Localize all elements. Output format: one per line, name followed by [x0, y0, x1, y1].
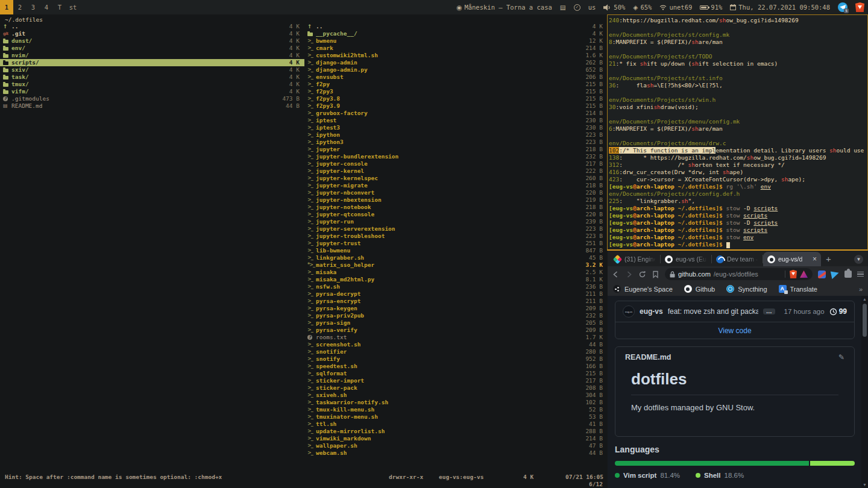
- bookmark-item[interactable]: Eugene's Space: [613, 285, 673, 293]
- file-row[interactable]: pyrsa-verify209 B: [304, 327, 608, 334]
- file-row[interactable]: f2py215 B: [304, 81, 608, 88]
- extension-telegram-icon[interactable]: [831, 269, 840, 278]
- workspace-button[interactable]: 4: [40, 0, 53, 14]
- extensions-puzzle-icon[interactable]: [844, 271, 852, 278]
- file-row[interactable]: ..4 K: [304, 23, 608, 30]
- file-row[interactable]: gruvbox-factory214 B: [304, 110, 608, 117]
- file-row[interactable]: pyrsa-encrypt211 B: [304, 298, 608, 305]
- file-row[interactable]: django-admin.py652 B: [304, 66, 608, 74]
- file-row[interactable]: scripts/4 K: [0, 59, 304, 66]
- file-row[interactable]: jupyter-bundlerextension232 B: [304, 153, 608, 160]
- scrollbar-thumb[interactable]: [863, 304, 867, 337]
- file-row[interactable]: sqlformat215 B: [304, 370, 608, 377]
- browser-tab[interactable]: eug-vs/d×: [763, 252, 821, 266]
- workspace-button[interactable]: st: [66, 0, 80, 14]
- file-row[interactable]: f2py3215 B: [304, 88, 608, 95]
- file-row[interactable]: sticker-import217 B: [304, 377, 608, 384]
- file-row[interactable]: linkgrabber.sh45 B: [304, 254, 608, 261]
- file-row[interactable]: ipython3223 B: [304, 139, 608, 146]
- extension-triangle-icon[interactable]: [800, 271, 808, 278]
- file-row[interactable]: tmux/4 K: [0, 81, 304, 88]
- file-row[interactable]: lib-bwmenu847 B: [304, 247, 608, 254]
- file-row[interactable]: django-admin262 B: [304, 59, 608, 66]
- file-row[interactable]: screenshot.sh44 B: [304, 341, 608, 348]
- file-row[interactable]: sxiv/4 K: [0, 66, 304, 74]
- file-row[interactable]: jupyter-serverextension223 B: [304, 225, 608, 233]
- file-row[interactable]: pyrsa-decrypt211 B: [304, 290, 608, 298]
- file-row[interactable]: __pycache__/4 K: [304, 30, 608, 37]
- file-row[interactable]: webcam.sh44 B: [304, 449, 608, 457]
- file-row[interactable]: ipython223 B: [304, 131, 608, 139]
- brave-tray-icon[interactable]: [855, 2, 864, 12]
- workspace-button[interactable]: 3: [27, 0, 40, 14]
- file-row[interactable]: jupyter-run239 B: [304, 218, 608, 225]
- vifm-file-manager[interactable]: ~/.dotfiles ..4 K.git4 Kdunst/4 Kenv/4 K…: [0, 14, 608, 488]
- file-row[interactable]: vimwiki_markdown214 B: [304, 435, 608, 442]
- file-row[interactable]: tmux-kill-menu.sh52 B: [304, 406, 608, 413]
- legend-item[interactable]: Shell18.6%: [696, 472, 744, 479]
- edit-pencil-icon[interactable]: ✎: [838, 353, 844, 361]
- file-row[interactable]: nvim/4 K: [0, 52, 304, 59]
- file-row[interactable]: jupyter-nbconvert220 B: [304, 189, 608, 196]
- file-row[interactable]: snotify952 B: [304, 355, 608, 363]
- file-row[interactable]: rooms.txt1.7 K: [304, 334, 608, 341]
- legend-item[interactable]: Vim script81.4%: [615, 472, 680, 479]
- file-row[interactable]: iptest230 B: [304, 117, 608, 124]
- file-row[interactable]: jupyter-console217 B: [304, 160, 608, 167]
- browser-menu-icon[interactable]: [857, 272, 864, 277]
- bookmark-item[interactable]: Syncthing: [726, 285, 767, 293]
- file-row[interactable]: jupyter-notebook218 B: [304, 204, 608, 211]
- browser-window[interactable]: (31) Engineeug-vs (EuDev team -eug-vs/d×…: [608, 251, 868, 488]
- scrollbar[interactable]: ▲ ▼: [861, 296, 868, 488]
- file-row[interactable]: nsfw.sh236 B: [304, 283, 608, 290]
- browser-tab[interactable]: Dev team -: [712, 252, 763, 266]
- file-row[interactable]: jupyter-kernelspec260 B: [304, 175, 608, 182]
- file-row[interactable]: envsubst206 B: [304, 74, 608, 81]
- file-row[interactable]: ttl.sh41 B: [304, 421, 608, 428]
- file-row[interactable]: .gitmodules473 B: [0, 95, 304, 102]
- file-row[interactable]: jupyter-migrate218 B: [304, 182, 608, 189]
- reload-icon[interactable]: [638, 271, 646, 278]
- file-row[interactable]: f2py3.8215 B: [304, 95, 608, 102]
- file-row[interactable]: iptest3230 B: [304, 124, 608, 131]
- file-row[interactable]: task/4 K: [0, 74, 304, 81]
- file-row[interactable]: misaka2.5 K: [304, 269, 608, 276]
- new-tab-button[interactable]: +: [826, 254, 831, 264]
- commit-message[interactable]: feat: move zsh and git packages t…: [668, 307, 758, 316]
- file-row[interactable]: pyrsa-priv2pub232 B: [304, 312, 608, 319]
- file-row[interactable]: speedtest.sh166 B: [304, 363, 608, 370]
- file-row[interactable]: jupyter-nbextension219 B: [304, 196, 608, 204]
- file-row[interactable]: pyrsa-sign205 B: [304, 319, 608, 327]
- terminal-window[interactable]: 240:https://bugzilla.redhat.com/show_bug…: [607, 14, 868, 251]
- workspace-button[interactable]: 2: [13, 0, 27, 14]
- workspace-button[interactable]: 1: [0, 0, 13, 14]
- language-bar[interactable]: [615, 461, 855, 466]
- scroll-up-icon[interactable]: ▲: [861, 296, 868, 302]
- telegram-tray-icon[interactable]: 5: [838, 2, 848, 12]
- file-row[interactable]: .git4 K: [0, 30, 304, 37]
- workspace-button[interactable]: T: [53, 0, 66, 14]
- browser-tab[interactable]: (31) Engine: [609, 252, 660, 266]
- file-row[interactable]: sxiveh.sh304 B: [304, 392, 608, 399]
- file-row[interactable]: dunst/4 K: [0, 37, 304, 45]
- file-row[interactable]: pyrsa-keygen209 B: [304, 305, 608, 312]
- file-row[interactable]: tmuxinator-menu.sh53 B: [304, 413, 608, 421]
- file-row[interactable]: jupyter-qtconsole220 B: [304, 211, 608, 218]
- file-row[interactable]: env/4 K: [0, 45, 304, 52]
- bookmark-flag-icon[interactable]: [652, 271, 659, 278]
- tab-close-icon[interactable]: ×: [813, 255, 817, 263]
- back-icon[interactable]: [612, 271, 620, 278]
- file-row[interactable]: wallpaper.sh47 B: [304, 442, 608, 449]
- bookmark-item[interactable]: Github: [684, 285, 715, 293]
- file-row[interactable]: misaka_md2html.py8.1 K: [304, 276, 608, 283]
- file-row[interactable]: update-mirrorlist.sh288 B: [304, 428, 608, 435]
- commit-author[interactable]: eug-vs: [640, 307, 663, 316]
- file-row[interactable]: jupyter218 B: [304, 146, 608, 153]
- file-row[interactable]: matrix_sso_helper3.2 K: [304, 261, 608, 269]
- bookmarks-overflow-icon[interactable]: »: [859, 286, 863, 293]
- file-row[interactable]: jupyter-trust251 B: [304, 240, 608, 247]
- file-row[interactable]: ..4 K: [0, 23, 304, 30]
- forward-icon[interactable]: [625, 271, 633, 278]
- bookmark-item[interactable]: Translate: [779, 285, 817, 293]
- browser-tab[interactable]: eug-vs (Eu: [661, 252, 711, 266]
